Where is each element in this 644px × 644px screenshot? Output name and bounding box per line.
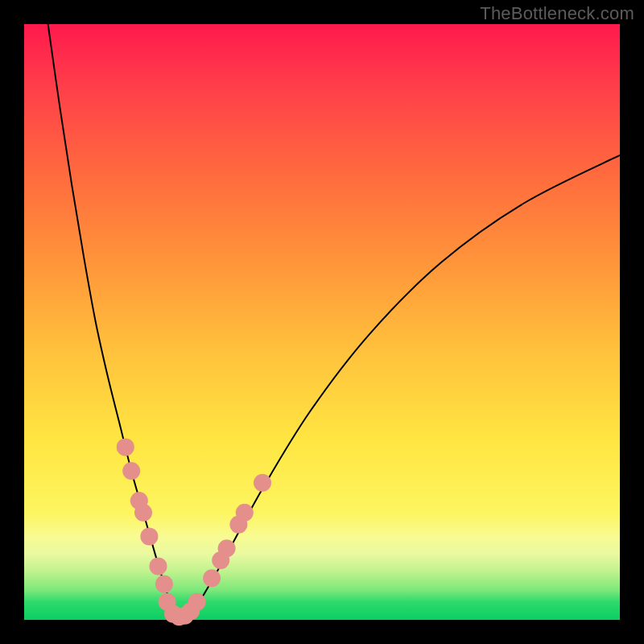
curve-marker (150, 557, 167, 575)
curve-marker (203, 569, 221, 587)
curve-marker (117, 438, 134, 456)
chart-frame: TheBottleneck.com (0, 0, 644, 644)
watermark-text: TheBottleneck.com (480, 3, 634, 24)
curve-marker (254, 474, 271, 492)
curve-marker (155, 576, 173, 593)
curve-marker (134, 504, 152, 522)
plot-area (24, 24, 620, 620)
curve-marker (122, 462, 140, 480)
curve-marker (140, 527, 158, 545)
curve-svg (24, 24, 620, 620)
curve-marker (188, 593, 206, 611)
curve-markers (117, 438, 271, 625)
bottleneck-curve (48, 24, 620, 617)
curve-marker (218, 539, 236, 557)
curve-marker (236, 504, 254, 522)
